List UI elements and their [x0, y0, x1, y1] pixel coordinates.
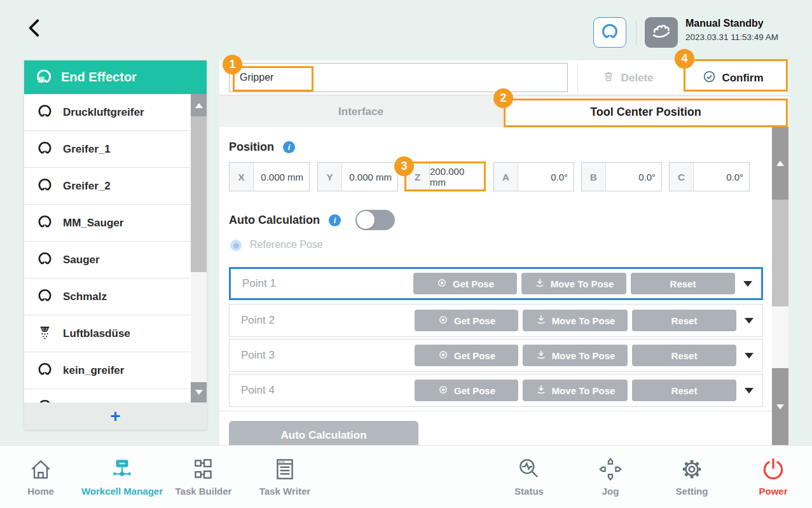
power-icon: [760, 456, 787, 484]
reset-label: Reset: [671, 315, 698, 326]
point-label: Point 1: [242, 277, 276, 290]
list-item-label: Greifer_1: [63, 143, 111, 156]
gripper-icon: [37, 251, 53, 269]
expand-caret-icon[interactable]: [745, 353, 754, 359]
field-value[interactable]: 0.000 mm: [342, 163, 397, 191]
point-row-2[interactable]: Point 2 Get Pose Move To Pose Reset: [229, 304, 763, 337]
delete-label: Delete: [621, 72, 653, 85]
add-end-effector-button[interactable]: +: [24, 402, 207, 430]
point-row-3[interactable]: Point 3 Get Pose Move To Pose Reset: [229, 339, 763, 372]
scroll-up-button[interactable]: [772, 127, 788, 200]
nav-label: Workcell Manager: [81, 486, 163, 497]
field-value[interactable]: 0.0°: [694, 163, 749, 191]
list-item-label: Druckluftgreifer: [63, 106, 144, 119]
get-pose-icon: [437, 349, 449, 362]
list-item-label: Luftblasdüse: [63, 327, 130, 340]
status-title: Manual Standby: [685, 18, 778, 29]
get-pose-button[interactable]: Get Pose: [415, 310, 518, 331]
reset-button[interactable]: Reset: [632, 310, 736, 331]
expand-caret-icon[interactable]: [745, 318, 754, 324]
nav-power[interactable]: Power: [726, 456, 812, 497]
setting-gear-icon: [678, 456, 705, 484]
reset-button[interactable]: Reset: [631, 273, 735, 294]
gripper-icon: [37, 214, 53, 232]
reset-button[interactable]: Reset: [632, 345, 736, 366]
nav-task-writer[interactable]: Task Writer: [237, 456, 333, 497]
scroll-up-icon: [195, 103, 203, 108]
end-effector-icon: [35, 67, 53, 88]
list-item-sauger[interactable]: Sauger: [24, 242, 207, 278]
get-pose-icon: [437, 384, 449, 397]
tab-tool-center-position[interactable]: Tool Center Position: [503, 97, 788, 127]
get-pose-button[interactable]: Get Pose: [415, 380, 518, 401]
move-to-pose-button[interactable]: Move To Pose: [521, 273, 626, 294]
gripper-icon: [37, 361, 53, 380]
list-item-kein-greifer[interactable]: kein_greifer: [24, 352, 207, 389]
auto-calculation-toggle[interactable]: [355, 210, 395, 230]
get-pose-label: Get Pose: [453, 278, 494, 289]
point-label: Point 2: [241, 314, 275, 327]
header-divider: [636, 20, 637, 46]
auto-calculation-button[interactable]: Auto Calculation: [229, 421, 418, 445]
delete-button[interactable]: Delete: [578, 60, 678, 95]
point-row-4[interactable]: Point 4 Get Pose Move To Pose Reset: [229, 374, 763, 407]
scroll-down-button[interactable]: [191, 382, 207, 402]
list-item-greifer-2[interactable]: Greifer_2: [24, 168, 207, 205]
list-item-mm-sauger[interactable]: MM_Sauger: [24, 205, 207, 242]
position-info-icon[interactable]: i: [283, 141, 295, 153]
field-label: Z: [406, 163, 430, 191]
gripper-icon: [37, 140, 53, 158]
field-label: B: [582, 163, 606, 191]
tool-center-position-panel: Position i X 0.000 mm Y 0.000 mm Z 200.0…: [219, 127, 788, 445]
point-row-1[interactable]: Point 1 Get Pose Move To Pose Reset: [229, 267, 763, 300]
scroll-thumb[interactable]: [772, 200, 788, 306]
reference-pose-radio[interactable]: [230, 240, 242, 251]
field-value[interactable]: 0.000 mm: [254, 163, 309, 191]
scroll-thumb[interactable]: [191, 116, 207, 272]
expand-caret-icon[interactable]: [745, 388, 754, 394]
manual-hand-icon: [650, 20, 672, 45]
end-effector-list: Druckluftgreifer Greifer_1 Greifer_2 MM_…: [24, 94, 207, 402]
get-pose-icon: [436, 277, 448, 291]
robot-status: Manual Standby 2023.03.31 11:53:49 AM: [685, 18, 778, 42]
confirm-button[interactable]: Confirm: [678, 60, 788, 95]
field-value[interactable]: 0.0°: [518, 163, 574, 191]
get-pose-label: Get Pose: [454, 385, 495, 396]
reference-pose-label: Reference Pose: [250, 239, 323, 251]
field-value[interactable]: 200.000 mm: [430, 163, 485, 191]
get-pose-button[interactable]: Get Pose: [413, 273, 517, 294]
list-item-druckluftgreifer[interactable]: Druckluftgreifer: [24, 94, 207, 131]
nav-label: Task Builder: [175, 486, 232, 497]
expand-caret-icon[interactable]: [743, 281, 752, 287]
get-pose-button[interactable]: Get Pose: [415, 345, 518, 366]
move-to-pose-button[interactable]: Move To Pose: [523, 380, 628, 401]
scroll-down-icon: [195, 390, 203, 395]
position-field-a: A 0.0°: [493, 162, 574, 191]
scroll-down-button[interactable]: [772, 368, 788, 445]
list-item-luftblasduese[interactable]: Luftblasdüse: [24, 315, 207, 352]
get-pose-icon: [437, 314, 449, 327]
list-item-label: MM_Sauger: [63, 217, 123, 230]
position-field-z: Z 200.000 mm: [405, 162, 486, 191]
list-item-partial[interactable]: [24, 389, 207, 402]
list-item-schmalz[interactable]: Schmalz: [24, 278, 207, 315]
tab-interface[interactable]: Interface: [219, 97, 503, 127]
auto-calculation-info-icon[interactable]: i: [329, 214, 341, 226]
content-scrollbar[interactable]: [772, 127, 788, 445]
move-to-pose-label: Move To Pose: [552, 385, 616, 396]
end-effector-screen: Manual Standby 2023.03.31 11:53:49 AM En…: [0, 0, 812, 508]
reset-button[interactable]: Reset: [632, 380, 736, 401]
active-tool-indicator[interactable]: [593, 17, 626, 48]
nav-label: Home: [27, 486, 54, 497]
move-to-pose-button[interactable]: Move To Pose: [523, 345, 628, 366]
effector-name-input[interactable]: [229, 63, 568, 92]
move-to-pose-button[interactable]: Move To Pose: [523, 310, 628, 331]
scroll-up-button[interactable]: [191, 94, 207, 116]
robot-mode-button[interactable]: [645, 17, 678, 48]
sidebar-scrollbar[interactable]: [191, 94, 207, 402]
back-icon: [24, 31, 46, 41]
back-button[interactable]: [23, 17, 47, 41]
list-item-greifer-1[interactable]: Greifer_1: [24, 131, 207, 168]
field-value[interactable]: 0.0°: [606, 163, 661, 191]
move-to-pose-icon: [535, 314, 547, 327]
